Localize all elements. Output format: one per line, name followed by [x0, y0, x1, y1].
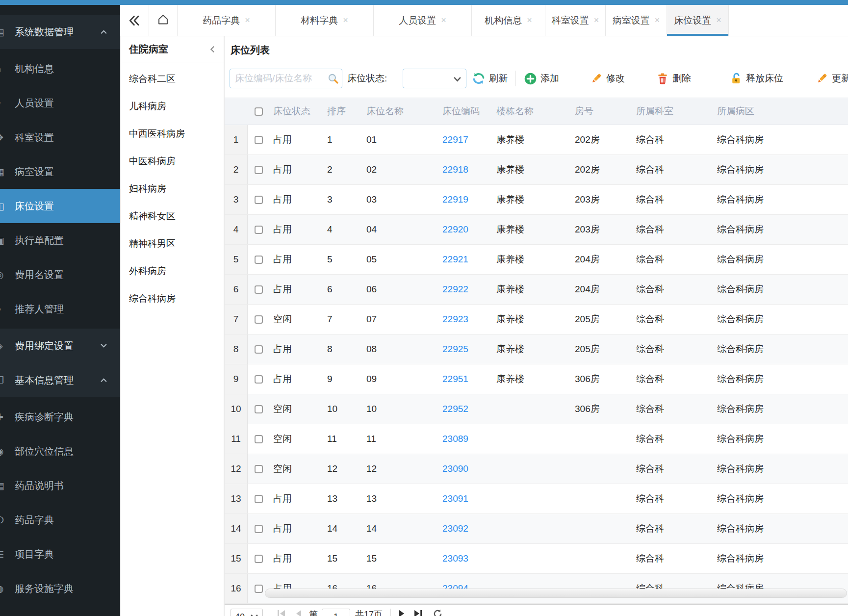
sidebar-item-项目字典[interactable]: ☰项目字典	[0, 537, 120, 571]
sidebar-item-系统数据管理[interactable]: ▤系统数据管理	[0, 15, 120, 49]
search-icon[interactable]	[327, 73, 339, 87]
row-checkbox[interactable]	[255, 315, 263, 324]
ward-list-item[interactable]: 妇科病房	[121, 175, 224, 203]
next-page-button[interactable]	[397, 609, 406, 616]
bed-code-link[interactable]: 22951	[438, 364, 492, 394]
ward-list-item[interactable]: 精神科女区	[121, 203, 224, 230]
row-checkbox[interactable]	[255, 555, 263, 563]
close-tab-icon[interactable]: ×	[716, 15, 721, 26]
row-checkbox[interactable]	[255, 166, 263, 174]
sidebar-item-人员设置[interactable]: ◔人员设置	[0, 86, 120, 120]
row-checkbox[interactable]	[255, 525, 263, 533]
first-page-button[interactable]	[276, 609, 287, 616]
close-tab-icon[interactable]: ×	[655, 15, 660, 26]
collapse-ward-panel-button[interactable]	[208, 45, 217, 53]
table-row[interactable]: 11空闲111123089综合科综合科病房	[225, 424, 848, 454]
row-checkbox[interactable]	[255, 405, 263, 413]
last-page-button[interactable]	[412, 609, 424, 616]
sidebar-item-费用绑定设置[interactable]: ◈费用绑定设置	[0, 329, 120, 363]
sidebar-item-机构信息[interactable]: ⌂机构信息	[0, 51, 120, 86]
释放床位-button[interactable]: 释放床位	[730, 69, 783, 88]
tab-机构信息[interactable]: 机构信息×	[471, 5, 545, 36]
bed-code-link[interactable]: 22921	[438, 245, 492, 274]
table-row[interactable]: 14占用141423092综合科综合科病房	[225, 514, 848, 544]
close-tab-icon[interactable]: ×	[594, 15, 599, 26]
sidebar-item-基本信息管理[interactable]: ❐基本信息管理	[0, 363, 120, 397]
table-row[interactable]: 6占用60622922康养楼204房综合科综合科病房	[225, 275, 848, 305]
row-checkbox[interactable]	[255, 345, 263, 354]
更新-button[interactable]: 更新	[816, 69, 848, 88]
table-row[interactable]: 10空闲101022952306房综合科综合科病房	[225, 394, 848, 424]
sidebar-item-推荐人管理[interactable]: ●推荐人管理	[0, 292, 120, 326]
sidebar-item-执行单配置[interactable]: ▣执行单配置	[0, 223, 120, 257]
row-checkbox[interactable]	[255, 196, 263, 204]
table-row[interactable]: 9占用90922951康养楼306房综合科综合科病房	[225, 364, 848, 394]
tab-人员设置[interactable]: 人员设置×	[373, 5, 471, 36]
sidebar-item-服务设施字典[interactable]: ◍服务设施字典	[0, 571, 120, 606]
reload-grid-button[interactable]	[433, 609, 443, 616]
tab-科室设置[interactable]: 科室设置×	[545, 5, 605, 36]
close-tab-icon[interactable]: ×	[245, 15, 250, 26]
collapse-sidebar-button[interactable]	[120, 5, 149, 36]
row-checkbox[interactable]	[255, 495, 263, 503]
bed-code-link[interactable]: 22925	[438, 334, 492, 364]
tab-home[interactable]	[149, 5, 177, 36]
row-checkbox[interactable]	[255, 585, 263, 593]
bed-code-link[interactable]: 22952	[438, 394, 492, 424]
ward-list-item[interactable]: 中西医科病房	[121, 120, 224, 148]
horizontal-scrollbar[interactable]	[265, 589, 847, 598]
ward-list-item[interactable]: 综合科病房	[121, 285, 224, 312]
ward-list-item[interactable]: 中医科病房	[121, 148, 224, 175]
previous-page-button[interactable]	[294, 609, 303, 616]
bed-code-link[interactable]: 23091	[438, 484, 492, 513]
sidebar-item-药品字典[interactable]: ❍药品字典	[0, 503, 120, 537]
tab-床位设置[interactable]: 床位设置×	[667, 5, 729, 36]
table-row[interactable]: 3占用30322919康养楼203房综合科综合科病房	[225, 185, 848, 215]
bed-code-link[interactable]: 23090	[438, 454, 492, 484]
bed-status-select[interactable]	[403, 69, 466, 88]
bed-code-link[interactable]: 23093	[438, 544, 492, 573]
page-number-input[interactable]	[322, 609, 350, 616]
page-size-select[interactable]: 40	[231, 609, 263, 616]
tab-病室设置[interactable]: 病室设置×	[605, 5, 667, 36]
bed-code-link[interactable]: 22920	[438, 215, 492, 244]
bed-code-link[interactable]: 22923	[438, 305, 492, 334]
sidebar-item-床位设置[interactable]: ◧床位设置	[0, 189, 120, 223]
bed-code-link[interactable]: 22919	[438, 185, 492, 214]
bed-code-link[interactable]: 23089	[438, 424, 492, 454]
table-row[interactable]: 4占用40422920康养楼203房综合科综合科病房	[225, 215, 848, 245]
row-checkbox[interactable]	[255, 256, 263, 264]
close-tab-icon[interactable]: ×	[527, 15, 532, 26]
删除-button[interactable]: 删除	[656, 69, 691, 88]
row-checkbox[interactable]	[255, 136, 263, 144]
row-checkbox[interactable]	[255, 465, 263, 473]
bed-code-link[interactable]: 22918	[438, 155, 492, 184]
row-checkbox[interactable]	[255, 285, 263, 294]
sidebar-item-药品说明书[interactable]: ▤药品说明书	[0, 468, 120, 503]
table-row[interactable]: 7空闲70722923康养楼205房综合科综合科病房	[225, 305, 848, 334]
table-row[interactable]: 13占用131323091综合科综合科病房	[225, 484, 848, 514]
sidebar-item-部位穴位信息[interactable]: ◉部位穴位信息	[0, 434, 120, 468]
row-checkbox[interactable]	[255, 435, 263, 443]
bed-code-link[interactable]: 23092	[438, 514, 492, 543]
table-row[interactable]: 2占用20222918康养楼202房综合科综合科病房	[225, 155, 848, 185]
添加-button[interactable]: 添加	[524, 69, 559, 88]
select-all-checkbox[interactable]	[255, 107, 263, 116]
table-row[interactable]: 8占用80822925康养楼205房综合科综合科病房	[225, 334, 848, 364]
ward-list-item[interactable]: 外科病房	[121, 257, 224, 285]
sidebar-item-病室设置[interactable]: ▦病室设置	[0, 154, 120, 189]
table-row[interactable]: 1占用10122917康养楼202房综合科综合科病房	[225, 125, 848, 155]
row-checkbox[interactable]	[255, 375, 263, 384]
tab-药品字典[interactable]: 药品字典×	[177, 5, 275, 36]
close-tab-icon[interactable]: ×	[441, 15, 446, 26]
table-row[interactable]: 5占用50522921康养楼204房综合科综合科病房	[225, 245, 848, 275]
table-row[interactable]: 12空闲121223090综合科综合科病房	[225, 454, 848, 484]
bed-search-input[interactable]	[230, 69, 342, 88]
sidebar-item-费用名设置[interactable]: ◎费用名设置	[0, 257, 120, 292]
sidebar-item-疾病诊断字典[interactable]: ✚疾病诊断字典	[0, 400, 120, 434]
ward-list-item[interactable]: 精神科男区	[121, 230, 224, 257]
bed-code-link[interactable]: 22922	[438, 275, 492, 304]
ward-list-item[interactable]: 综合科二区	[121, 65, 224, 93]
bed-code-link[interactable]: 22917	[438, 125, 492, 154]
刷新-button[interactable]: 刷新	[472, 69, 508, 88]
